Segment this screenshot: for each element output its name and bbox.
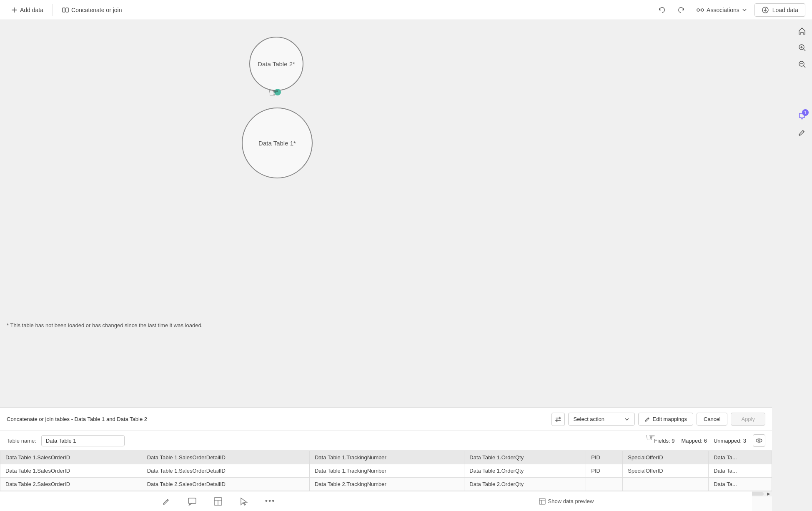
data-table-1-circle[interactable]: Data Table 1* — [242, 108, 313, 178]
row1-col1: Data Table 1.SalesOrderID — [0, 464, 142, 478]
toolbar-right: Associations Load data — [654, 3, 805, 17]
apply-button[interactable]: Apply — [731, 413, 765, 426]
cancel-label: Cancel — [704, 416, 720, 422]
edit-icon — [644, 416, 650, 422]
data-table-1-label: Data Table 1* — [258, 140, 296, 147]
header-col4: Data Table 1.OrderQty — [464, 451, 586, 464]
associations-button[interactable]: Associations — [692, 4, 751, 16]
more-dots-icon: ••• — [265, 497, 276, 506]
home-icon — [798, 27, 806, 35]
undo-icon — [658, 6, 666, 14]
table-header-row: Data Table 1.SalesOrderID Data Table 1.S… — [0, 451, 772, 464]
associations-icon — [697, 6, 704, 14]
header-col7: Data Ta... — [709, 451, 772, 464]
row2-col6-empty — [623, 478, 709, 491]
bottom-panel: Concatenate or join tables - Data Table … — [0, 407, 772, 511]
add-data-label: Add data — [20, 7, 43, 13]
concat-join-button[interactable]: Concatenate or join — [58, 4, 126, 16]
annotation-badge: 1 — [802, 109, 809, 116]
svg-point-5 — [701, 9, 704, 11]
select-action-label: Select action — [574, 416, 604, 422]
add-data-button[interactable]: Add data — [7, 4, 48, 16]
badge-container: 1 — [794, 108, 809, 123]
zoom-out-button[interactable] — [794, 57, 809, 72]
svg-line-23 — [804, 49, 805, 51]
load-data-label: Load data — [772, 7, 798, 13]
table-icon — [213, 497, 223, 506]
row2-col7: Data Ta... — [709, 478, 772, 491]
apply-label: Apply — [741, 416, 755, 422]
footnote-text: * This table has not been loaded or has … — [7, 322, 203, 328]
row1-col2: Data Table 1.SalesOrderDetailID — [142, 464, 309, 478]
table-name-input[interactable] — [41, 435, 125, 446]
svg-point-4 — [697, 9, 699, 11]
chat-bottom-icon[interactable] — [184, 493, 200, 509]
svg-line-27 — [803, 130, 804, 132]
associations-label: Associations — [707, 7, 739, 13]
pencil-bottom-icon[interactable] — [158, 493, 174, 509]
row2-col3: Data Table 2.TrackingNumber — [309, 478, 464, 491]
cursor-bottom-icon[interactable] — [236, 493, 252, 509]
row2-col1: Data Table 2.SalesOrderID — [0, 478, 142, 491]
edit-mappings-button[interactable]: Edit mappings — [638, 413, 693, 426]
paint-icon — [798, 128, 806, 137]
show-data-preview[interactable]: Show data preview — [539, 498, 594, 505]
swap-icon — [555, 416, 561, 423]
svg-line-26 — [804, 66, 805, 68]
top-toolbar: Add data Concatenate or join — [0, 0, 812, 20]
row1-col3: Data Table 1.TrackingNumber — [309, 464, 464, 478]
svg-rect-3 — [66, 8, 68, 12]
data-table: Data Table 1.SalesOrderID Data Table 1.S… — [0, 451, 772, 491]
swap-button[interactable] — [551, 413, 565, 426]
table-name-label: Table name: — [7, 438, 36, 444]
data-table-wrapper: Data Table 1.SalesOrderID Data Table 1.S… — [0, 451, 772, 491]
header-col6: SpecialOfferID — [623, 451, 709, 464]
footnote: * This table has not been loaded or has … — [0, 319, 209, 332]
dropdown-chevron-icon — [624, 417, 629, 422]
load-icon — [762, 6, 769, 14]
undo-button[interactable] — [654, 4, 670, 16]
zoom-in-icon — [798, 43, 806, 52]
table-bottom-icon[interactable] — [210, 493, 226, 509]
header-col5: PID — [586, 451, 623, 464]
load-data-button[interactable]: Load data — [754, 3, 805, 17]
row1-col4: Data Table 1.OrderQty — [464, 464, 586, 478]
header-col1: Data Table 1.SalesOrderID — [0, 451, 142, 464]
zoom-out-icon — [798, 60, 806, 68]
header-col3: Data Table 1.TrackingNumber — [309, 451, 464, 464]
redo-icon — [677, 6, 685, 14]
show-preview-icon — [539, 498, 546, 505]
table-row: Data Table 2.SalesOrderID Data Table 2.S… — [0, 478, 772, 491]
select-action-button[interactable]: Select action — [568, 413, 635, 426]
table-name-row: Table name: Fields: 9 Mapped: 6 Unmapped… — [0, 431, 772, 451]
data-table-2-circle[interactable]: Data Table 2* — [249, 37, 303, 91]
cancel-button[interactable]: Cancel — [697, 413, 727, 426]
zoom-in-button[interactable] — [794, 40, 809, 55]
table-row: Data Table 1.SalesOrderID Data Table 1.S… — [0, 464, 772, 478]
concat-join-label: Concatenate or join — [71, 7, 122, 13]
edit-mappings-label: Edit mappings — [653, 416, 687, 422]
svg-rect-2 — [63, 8, 65, 12]
eye-button[interactable] — [753, 434, 765, 447]
paint-button[interactable] — [794, 125, 809, 140]
data-table-2-label: Data Table 2* — [258, 60, 295, 68]
redo-button[interactable] — [673, 4, 689, 16]
row1-col7: Data Ta... — [709, 464, 772, 478]
toolbar-separator — [53, 4, 53, 16]
pencil-icon — [162, 497, 171, 506]
fields-info: Fields: 9 Mapped: 6 Unmapped: 3 — [654, 434, 765, 447]
add-icon — [11, 7, 18, 13]
svg-point-28 — [799, 135, 800, 136]
scroll-right-arrow[interactable]: ▶ — [767, 491, 770, 496]
svg-rect-17 — [539, 498, 545, 504]
more-bottom-icon[interactable]: ••• — [262, 493, 279, 509]
svg-point-11 — [758, 440, 760, 441]
bottom-icons-bar: ••• Show data preview — [0, 491, 752, 511]
circle-connector[interactable] — [274, 89, 281, 95]
row2-col4: Data Table 2.OrderQty — [464, 478, 586, 491]
home-button[interactable] — [794, 23, 809, 38]
chat-icon — [188, 497, 197, 506]
chevron-down-icon — [742, 8, 747, 13]
svg-point-10 — [756, 439, 762, 442]
concat-icon — [62, 7, 69, 13]
